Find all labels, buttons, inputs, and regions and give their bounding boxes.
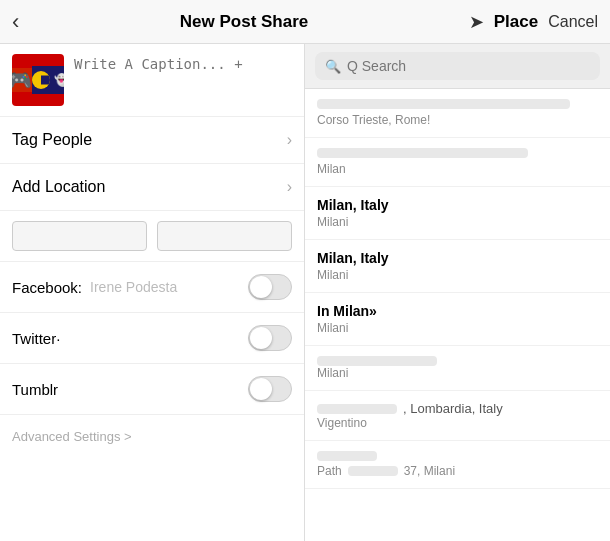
search-icon: 🔍: [325, 59, 341, 74]
location-name: In Milan»: [317, 303, 598, 319]
placeholder-bar: [317, 451, 377, 461]
list-item[interactable]: Milan, Italy Milani: [305, 240, 610, 293]
list-item[interactable]: Milan: [305, 138, 610, 187]
tag-people-chevron: ›: [287, 131, 292, 149]
twitter-toggle-row: Twitter·: [0, 313, 304, 364]
avatar: 🎮 👻: [12, 54, 64, 106]
right-panel: 🔍 Corso Trieste, Rome! Milan Milan, Ital…: [305, 44, 610, 541]
two-inputs-row: [0, 211, 304, 262]
location-detail-row: [317, 356, 598, 366]
add-location-row[interactable]: Add Location ›: [0, 164, 304, 211]
add-location-label: Add Location: [12, 178, 105, 196]
header: ‹ New Post Share ➤ Place Cancel: [0, 0, 610, 44]
location-icon: ➤: [469, 11, 484, 33]
facebook-label: Facebook:: [12, 279, 82, 296]
pac-icon: [32, 71, 50, 89]
location-path-row: Path 37, Milani: [317, 464, 598, 478]
location-detail-row: , Lombardia, Italy: [317, 401, 598, 416]
advanced-settings: Advanced Settings >: [0, 415, 304, 457]
list-item[interactable]: In Milan» Milani: [305, 293, 610, 346]
list-item[interactable]: Corso Trieste, Rome!: [305, 89, 610, 138]
tumblr-toggle-row: Tumblr: [0, 364, 304, 415]
header-right: ➤ Place Cancel: [469, 11, 598, 33]
search-bar-container: 🔍: [305, 44, 610, 89]
tumblr-label: Tumblr: [12, 381, 82, 398]
facebook-toggle[interactable]: [248, 274, 292, 300]
placeholder-bar: [317, 148, 528, 158]
list-item[interactable]: Milani: [305, 346, 610, 391]
location-sub: Milani: [317, 215, 598, 229]
left-panel: 🎮 👻 Tag People › Add Location ›: [0, 44, 305, 541]
tag-people-label: Tag People: [12, 131, 92, 149]
add-location-chevron: ›: [287, 178, 292, 196]
ghost-icon: 👻: [54, 73, 64, 87]
advanced-settings-link[interactable]: Advanced Settings >: [12, 429, 132, 444]
placeholder-bar: [317, 356, 437, 366]
placeholder-bar: [317, 99, 570, 109]
back-button[interactable]: ‹: [12, 9, 19, 35]
location-list: Corso Trieste, Rome! Milan Milan, Italy …: [305, 89, 610, 489]
tag-people-row[interactable]: Tag People ›: [0, 117, 304, 164]
location-sub: Corso Trieste, Rome!: [317, 113, 598, 127]
facebook-toggle-row: Facebook: Irene Podesta: [0, 262, 304, 313]
location-sub: Milani: [317, 321, 598, 335]
main-layout: 🎮 👻 Tag People › Add Location ›: [0, 44, 610, 541]
caption-input[interactable]: [74, 54, 292, 104]
input-box-1[interactable]: [12, 221, 147, 251]
header-title: New Post Share: [180, 12, 309, 32]
twitter-toggle[interactable]: [248, 325, 292, 351]
tumblr-toggle[interactable]: [248, 376, 292, 402]
location-sub: Vigentino: [317, 416, 598, 430]
placeholder-bar: [348, 466, 398, 476]
facebook-username: Irene Podesta: [90, 279, 240, 295]
location-sub: Milan: [317, 162, 598, 176]
cancel-button[interactable]: Cancel: [548, 13, 598, 31]
placeholder-bar: [317, 404, 397, 414]
location-name: Milan, Italy: [317, 250, 598, 266]
avatar-bottom: 👻: [32, 66, 64, 95]
twitter-label: Twitter·: [12, 330, 82, 347]
input-box-2[interactable]: [157, 221, 292, 251]
list-item[interactable]: Milan, Italy Milani: [305, 187, 610, 240]
list-item[interactable]: Path 37, Milani: [305, 441, 610, 489]
place-button[interactable]: Place: [494, 12, 538, 32]
search-bar: 🔍: [315, 52, 600, 80]
avatar-top: 🎮: [12, 68, 32, 91]
location-sub: Milani: [317, 366, 598, 380]
caption-row: 🎮 👻: [0, 44, 304, 117]
list-item[interactable]: , Lombardia, Italy Vigentino: [305, 391, 610, 441]
search-input[interactable]: [347, 58, 590, 74]
location-name: Milan, Italy: [317, 197, 598, 213]
location-sub: Milani: [317, 268, 598, 282]
